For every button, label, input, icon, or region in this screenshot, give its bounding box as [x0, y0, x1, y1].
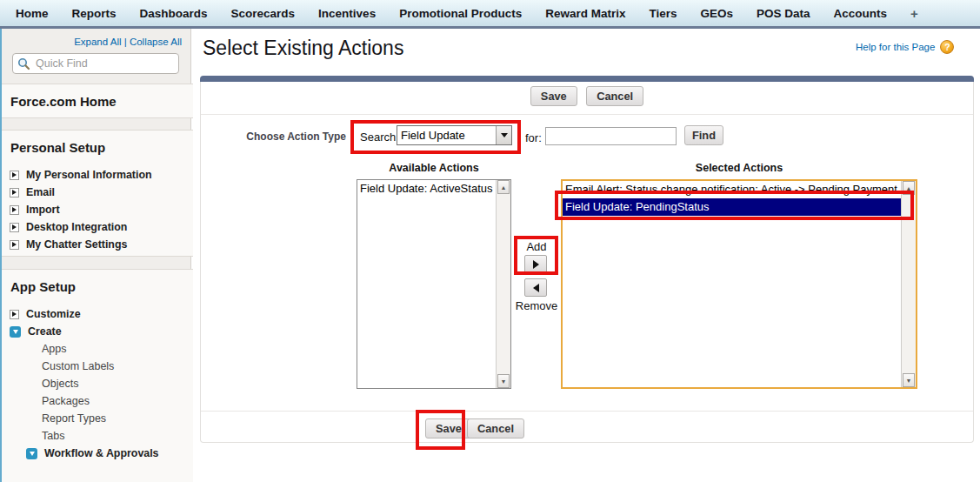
sidebar-item-label: Apps [42, 343, 67, 355]
expand-icon[interactable] [10, 310, 19, 319]
sidebar-item-report-types[interactable]: Report Types [2, 410, 193, 427]
sidebar-item-label: Tabs [42, 430, 64, 442]
sidebar-item-custom-labels[interactable]: Custom Labels [2, 358, 193, 375]
scroll-up-icon[interactable]: ▲ [497, 180, 510, 194]
sidebar-item-label: My Personal Information [26, 169, 152, 181]
sidebar-item-create[interactable]: Create [2, 323, 193, 340]
list-item-selected[interactable]: Field Update: PendingStatus [563, 198, 901, 216]
chevron-down-icon[interactable] [496, 126, 511, 144]
sidebar-item-customize[interactable]: Customize [2, 305, 193, 323]
sidebar-item-objects[interactable]: Objects [2, 375, 193, 392]
sidebar-item-label: My Chatter Settings [26, 238, 127, 251]
sidebar-item-my-chatter-settings[interactable]: My Chatter Settings [2, 236, 193, 253]
tree-controls: Expand All | Collapse All [74, 37, 182, 47]
add-arrow-icon [533, 260, 539, 269]
expand-icon[interactable] [10, 240, 19, 250]
cancel-button-bottom[interactable]: Cancel [467, 418, 524, 438]
quick-find-box [12, 53, 179, 74]
add-label: Add [515, 240, 558, 253]
available-actions-title: Available Actions [357, 162, 511, 174]
sidebar-item-email[interactable]: Email [2, 184, 193, 201]
tab-accounts[interactable]: Accounts [834, 7, 888, 20]
cancel-button-top[interactable]: Cancel [586, 86, 643, 106]
available-actions-listbox[interactable]: Field Update: ActiveStatus ▲ ▼ [357, 179, 511, 389]
add-button[interactable] [524, 255, 547, 273]
tab-home[interactable]: Home [16, 7, 49, 20]
for-label: for: [525, 131, 542, 144]
page: Home Reports Dashboards Scorecards Incen… [0, 0, 980, 482]
sidebar-item-label: Create [28, 325, 62, 338]
help-icon[interactable]: ? [940, 40, 954, 54]
tab-tiers[interactable]: Tiers [649, 7, 677, 20]
sidebar-item-label: Email [26, 186, 55, 198]
remove-button[interactable] [524, 278, 547, 297]
expand-icon[interactable] [10, 188, 19, 197]
tab-pos-data[interactable]: POS Data [757, 7, 810, 20]
top-nav: Home Reports Dashboards Scorecards Incen… [0, 0, 980, 29]
tab-reward-matrix[interactable]: Reward Matrix [545, 7, 625, 20]
sidebar-item-workflow-approvals[interactable]: Workflow & Approvals [2, 445, 193, 462]
app-setup-section: App Setup Customize Create Apps Custom L… [2, 269, 193, 482]
tab-geos[interactable]: GEOs [700, 7, 733, 20]
save-button-top[interactable]: Save [530, 86, 577, 106]
collapse-icon[interactable] [26, 448, 37, 459]
find-button[interactable]: Find [684, 125, 723, 145]
scroll-up-icon[interactable]: ▲ [903, 181, 915, 195]
forcecom-home-section: Force.com Home [2, 84, 193, 118]
sidebar-item-import[interactable]: Import [2, 201, 193, 218]
personal-setup-title: Personal Setup [2, 131, 193, 155]
help-area: Help for this Page ? [856, 40, 954, 54]
help-for-this-page-link[interactable]: Help for this Page [856, 42, 935, 52]
sidebar-item-packages[interactable]: Packages [2, 392, 193, 410]
selected-actions-title: Selected Actions [561, 162, 917, 174]
app-setup-title: App Setup [2, 270, 193, 294]
divider [201, 114, 973, 115]
divider [201, 411, 973, 412]
sidebar-item-apps[interactable]: Apps [2, 340, 193, 358]
tab-promotional-products[interactable]: Promotional Products [399, 7, 522, 20]
action-type-select[interactable]: Field Update [397, 125, 512, 145]
expand-icon[interactable] [10, 223, 19, 232]
add-tab-icon[interactable]: + [910, 6, 918, 21]
forcecom-home-link[interactable]: Force.com Home [2, 84, 193, 109]
choose-action-type-label: Choose Action Type [200, 131, 346, 143]
search-term-input[interactable] [545, 127, 677, 145]
scroll-down-icon[interactable]: ▼ [497, 374, 510, 388]
sidebar-item-label: Report Types [42, 412, 106, 425]
tab-scorecards[interactable]: Scorecards [231, 7, 296, 20]
tab-incentives[interactable]: Incentives [318, 7, 376, 20]
sidebar-item-label: Packages [42, 395, 90, 407]
panel-header-bar [200, 76, 974, 82]
top-button-row: Save Cancel [200, 86, 974, 106]
expand-all-link[interactable]: Expand All [74, 37, 121, 47]
remove-label: Remove [509, 299, 564, 312]
collapse-icon[interactable] [10, 326, 21, 338]
sidebar-item-label: Workflow & Approvals [44, 447, 159, 459]
selected-actions-listbox[interactable]: Email Alert: Status change notification:… [561, 179, 917, 389]
scroll-down-icon[interactable]: ▼ [903, 373, 915, 387]
scrollbar[interactable]: ▲ ▼ [901, 181, 916, 387]
sidebar-item-tabs[interactable]: Tabs [2, 427, 193, 445]
tab-reports[interactable]: Reports [72, 7, 117, 20]
action-type-selected-value: Field Update [397, 129, 496, 142]
list-item[interactable]: Field Update: ActiveStatus [357, 180, 496, 197]
sidebar-item-my-personal-information[interactable]: My Personal Information [2, 166, 193, 184]
search-label: Search: [360, 131, 399, 144]
list-item[interactable]: Email Alert: Status change notification:… [563, 181, 901, 198]
page-title: Select Existing Actions [203, 37, 403, 60]
personal-setup-section: Personal Setup My Personal Information E… [2, 130, 193, 257]
quick-find-input[interactable] [36, 57, 166, 70]
setup-sidebar: Expand All | Collapse All Force.com Home… [0, 29, 191, 482]
tab-dashboards[interactable]: Dashboards [140, 7, 208, 20]
sidebar-item-label: Objects [42, 378, 78, 390]
save-button-bottom[interactable]: Save [425, 418, 472, 438]
search-icon [17, 57, 30, 70]
collapse-all-link[interactable]: Collapse All [130, 37, 182, 47]
sidebar-item-label: Customize [26, 308, 81, 320]
sidebar-item-label: Import [26, 204, 60, 216]
expand-icon[interactable] [10, 171, 19, 180]
sidebar-item-desktop-integration[interactable]: Desktop Integration [2, 218, 193, 236]
expand-icon[interactable] [10, 205, 19, 215]
scrollbar[interactable]: ▲ ▼ [496, 180, 510, 388]
sidebar-item-label: Custom Labels [42, 360, 114, 372]
